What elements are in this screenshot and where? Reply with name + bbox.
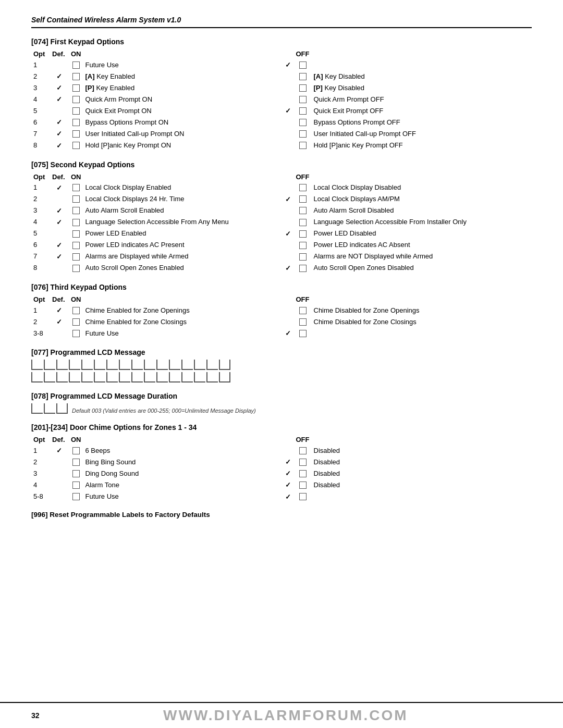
checkbox[interactable]: [72, 195, 80, 203]
checkbox[interactable]: [72, 119, 80, 126]
on-label: Auto Scroll Open Zones Enabled: [83, 262, 250, 274]
checkbox[interactable]: [299, 96, 307, 103]
lcd-line-2: [31, 372, 532, 382]
checkbox[interactable]: [299, 219, 307, 226]
spacer: [250, 316, 282, 327]
checkbox[interactable]: [299, 73, 307, 80]
checkbox[interactable]: [299, 207, 307, 214]
on-label: Future Use: [83, 490, 250, 502]
off-label: User Initiated Call-up Prompt OFF: [312, 128, 532, 139]
lcd-cell: [81, 360, 93, 370]
checkbox[interactable]: [299, 184, 307, 191]
checkbox[interactable]: [72, 493, 80, 500]
spacer: [250, 216, 282, 228]
off-default-mark: ✓: [282, 59, 294, 70]
checkmark: ✓: [56, 318, 62, 326]
checkbox[interactable]: [299, 107, 307, 115]
checkbox[interactable]: [72, 130, 80, 138]
spacer: [250, 479, 282, 490]
checkbox[interactable]: [299, 230, 307, 238]
on-checkbox-cell: [69, 59, 83, 70]
checkbox[interactable]: [72, 330, 80, 337]
checkbox[interactable]: [72, 61, 80, 69]
checkbox[interactable]: [299, 130, 307, 138]
th-on-label-076: [83, 294, 250, 304]
default-mark: ✓: [50, 139, 69, 151]
checkbox[interactable]: [72, 219, 80, 226]
off-label: Auto Scroll Open Zones Disabled: [312, 262, 532, 274]
off-checkbox-cell: [294, 128, 312, 139]
lcd-cell: [156, 372, 168, 382]
table-row: 4Alarm Tone✓Disabled: [31, 479, 532, 490]
off-checkbox-cell: [294, 82, 312, 93]
default-mark: [50, 327, 69, 339]
spacer: [250, 251, 282, 262]
spacer: [250, 82, 282, 93]
th-on-label-074: [83, 49, 250, 59]
checkbox[interactable]: [72, 142, 80, 149]
off-default-mark: [282, 304, 294, 316]
checkbox[interactable]: [299, 307, 307, 314]
opt-number: 3: [31, 82, 50, 93]
spacer: [250, 490, 282, 502]
on-label: [P] Key Enabled: [83, 82, 250, 93]
checkbox[interactable]: [299, 330, 307, 337]
checkbox[interactable]: [72, 482, 80, 489]
th-on-201: ON: [69, 435, 83, 445]
checkbox[interactable]: [72, 96, 80, 103]
opt-number: 4: [31, 216, 50, 228]
opt-number: 5: [31, 228, 50, 239]
table-row: 3Ding Dong Sound✓Disabled: [31, 467, 532, 479]
checkbox[interactable]: [299, 318, 307, 326]
checkbox[interactable]: [299, 242, 307, 249]
checkbox[interactable]: [72, 184, 80, 191]
checkbox[interactable]: [72, 307, 80, 314]
spacer: [250, 93, 282, 105]
checkbox[interactable]: [72, 447, 80, 454]
checkbox[interactable]: [299, 253, 307, 261]
th-def-076: Def.: [50, 294, 69, 304]
checkbox[interactable]: [72, 318, 80, 326]
checkbox[interactable]: [72, 73, 80, 80]
checkbox[interactable]: [299, 265, 307, 272]
checkbox[interactable]: [299, 470, 307, 477]
on-label: [A] Key Enabled: [83, 70, 250, 82]
checkmark: ✓: [285, 230, 291, 238]
lcd-cell: [144, 372, 155, 382]
default-mark: ✓: [50, 304, 69, 316]
checkbox[interactable]: [299, 142, 307, 149]
checkbox[interactable]: [72, 107, 80, 115]
default-mark: ✓: [50, 445, 69, 456]
section-074-title: [074] First Keypad Options: [31, 38, 532, 46]
footer-url: WWW.DIYALARMFORUM.COM: [40, 707, 532, 724]
checkbox[interactable]: [72, 470, 80, 477]
checkbox[interactable]: [299, 195, 307, 203]
checkbox[interactable]: [72, 265, 80, 272]
checkbox[interactable]: [72, 242, 80, 249]
lcd-cell: [94, 360, 105, 370]
checkbox[interactable]: [72, 84, 80, 92]
checkbox[interactable]: [72, 253, 80, 261]
lcd-cell: [181, 360, 193, 370]
checkbox[interactable]: [299, 61, 307, 69]
off-checkbox-cell: [294, 59, 312, 70]
checkbox[interactable]: [299, 84, 307, 92]
checkbox[interactable]: [72, 459, 80, 466]
checkbox[interactable]: [72, 230, 80, 238]
spacer: [250, 327, 282, 339]
checkbox[interactable]: [72, 207, 80, 214]
checkbox[interactable]: [299, 482, 307, 489]
checkbox[interactable]: [299, 119, 307, 126]
table-row: 6✓Bypass Options Prompt ONBypass Options…: [31, 116, 532, 128]
lcd-cell: [169, 360, 180, 370]
on-checkbox-cell: [69, 479, 83, 490]
on-label: Bing Bing Sound: [83, 456, 250, 467]
checkbox[interactable]: [299, 447, 307, 454]
lcd-cell: [69, 360, 80, 370]
checkbox[interactable]: [299, 493, 307, 500]
off-checkbox-cell: [294, 139, 312, 151]
off-default-mark: ✓: [282, 467, 294, 479]
table-075: Opt Def. ON OFF 1✓Local Clock Display En…: [31, 172, 532, 274]
on-label: Alarms are Displayed while Armed: [83, 251, 250, 262]
checkbox[interactable]: [299, 459, 307, 466]
